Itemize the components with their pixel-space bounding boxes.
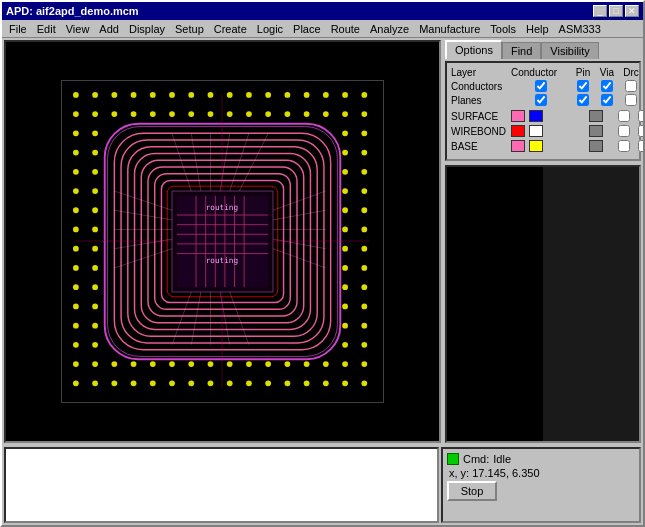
svg-point-54 [361,227,367,233]
bottom-area: Cmd: Idle x, y: 17.145, 6.350 Stop [2,445,643,525]
close-button[interactable]: ✕ [625,5,639,17]
svg-point-4 [111,92,117,98]
menu-setup[interactable]: Setup [170,22,209,36]
svg-point-3 [92,92,98,98]
base-cb2[interactable] [635,140,643,152]
planes-drc-cb[interactable] [619,94,643,106]
surface-color3 [589,110,603,122]
conductors-pin-cb[interactable] [571,80,595,92]
svg-point-74 [323,111,329,117]
planes-pin-cb[interactable] [571,94,595,106]
coords-value: 17.145, 6.350 [472,467,539,479]
menu-view[interactable]: View [61,22,95,36]
svg-point-70 [246,111,252,117]
wirebond-label: WIREBOND [451,126,511,137]
surface-cb1[interactable] [613,110,635,122]
svg-point-93 [92,188,98,194]
col-layer: Layer [451,67,511,78]
menu-analyze[interactable]: Analyze [365,22,414,36]
conductors-conductor-cb[interactable] [511,80,571,92]
cmd-row: Cmd: Idle [447,453,635,465]
svg-point-19 [92,380,98,386]
svg-point-107 [342,227,348,233]
svg-point-110 [342,284,348,290]
window-title: APD: aif2apd_demo.mcm [6,5,139,17]
svg-point-97 [92,265,98,271]
svg-point-81 [188,361,194,367]
status-led [447,453,459,465]
wirebond-cb1[interactable] [613,125,635,137]
svg-point-2 [73,92,79,98]
menu-logic[interactable]: Logic [252,22,288,36]
menu-add[interactable]: Add [94,22,124,36]
svg-point-100 [92,323,98,329]
svg-point-83 [227,361,233,367]
svg-point-94 [92,207,98,213]
svg-point-80 [169,361,175,367]
menu-file[interactable]: File [4,22,32,36]
menu-manufacture[interactable]: Manufacture [414,22,485,36]
svg-point-87 [304,361,310,367]
svg-point-77 [111,361,117,367]
col-conductor: Conductor [511,67,571,78]
svg-point-16 [342,92,348,98]
svg-point-23 [169,380,175,386]
svg-point-7 [169,92,175,98]
svg-point-56 [361,265,367,271]
svg-point-103 [342,150,348,156]
tab-find[interactable]: Find [502,42,541,59]
svg-point-78 [131,361,137,367]
wirebond-cb2[interactable] [635,125,643,137]
col-pin: Pin [571,67,595,78]
svg-point-49 [361,130,367,136]
svg-point-76 [92,361,98,367]
menu-create[interactable]: Create [209,22,252,36]
planes-via-cb[interactable] [595,94,619,106]
svg-point-89 [342,361,348,367]
menu-help[interactable]: Help [521,22,554,36]
svg-point-102 [342,130,348,136]
svg-point-15 [323,92,329,98]
wirebond-color2 [529,125,543,137]
menu-tools[interactable]: Tools [485,22,521,36]
svg-point-84 [246,361,252,367]
preview-left [447,167,543,441]
stop-button[interactable]: Stop [447,481,497,501]
svg-point-41 [73,246,79,252]
tab-options[interactable]: Options [445,40,502,59]
svg-point-29 [285,380,291,386]
menu-place[interactable]: Place [288,22,326,36]
tab-visibility[interactable]: Visibility [541,42,599,59]
window-controls: _ □ ✕ [593,5,639,17]
svg-point-31 [323,380,329,386]
svg-point-104 [342,169,348,175]
wirebond-color3 [589,125,603,137]
main-window: APD: aif2apd_demo.mcm _ □ ✕ File Edit Vi… [0,0,645,527]
menu-edit[interactable]: Edit [32,22,61,36]
maximize-button[interactable]: □ [609,5,623,17]
base-cb1[interactable] [613,140,635,152]
svg-point-90 [92,130,98,136]
svg-point-67 [188,111,194,117]
menu-route[interactable]: Route [326,22,365,36]
title-bar: APD: aif2apd_demo.mcm _ □ ✕ [2,2,643,20]
surface-cb2[interactable] [635,110,643,122]
svg-point-66 [169,111,175,117]
conductors-drc-cb[interactable] [619,80,643,92]
surface-label: SURFACE [451,111,511,122]
conductors-label: Conductors [451,81,511,92]
svg-point-38 [73,188,79,194]
planes-conductor-cb[interactable] [511,94,571,106]
menu-display[interactable]: Display [124,22,170,36]
svg-point-30 [304,380,310,386]
menu-asm333[interactable]: ASM333 [554,22,606,36]
svg-point-34 [73,111,79,117]
col-via: Via [595,67,619,78]
svg-point-46 [73,342,79,348]
pcb-canvas-area[interactable]: /* dots rendered via SVG circles below *… [4,40,441,443]
svg-point-79 [150,361,156,367]
conductors-via-cb[interactable] [595,80,619,92]
minimize-button[interactable]: _ [593,5,607,17]
wirebond-row: WIREBOND [451,125,635,137]
svg-point-92 [92,169,98,175]
